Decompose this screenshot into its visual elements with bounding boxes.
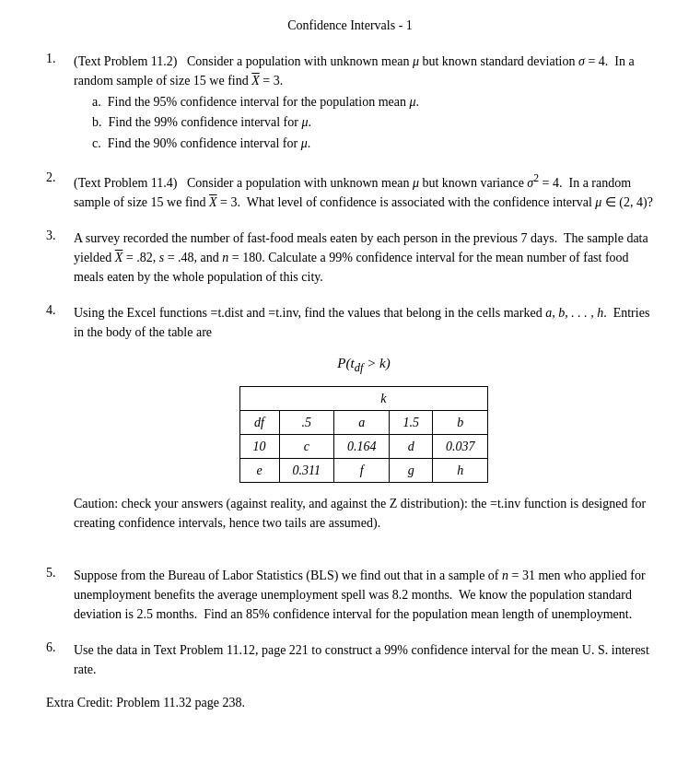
table-header-row: k xyxy=(239,386,488,410)
table-row-header: df .5 a 1.5 b xyxy=(239,410,488,434)
table-row-e: e 0.311 f g h xyxy=(239,458,488,482)
extra-credit: Extra Credit: Problem 11.32 page 238. xyxy=(46,696,654,710)
table-cell-0.037: 0.037 xyxy=(432,434,488,458)
table-cell-g: g xyxy=(390,458,433,482)
problem-2-number: 2. xyxy=(46,170,74,212)
problem-3: 3. A survey recorded the number of fast-… xyxy=(46,229,654,287)
problem-1-number: 1. xyxy=(46,52,74,154)
problem-2: 2. (Text Problem 11.4) Consider a popula… xyxy=(46,170,654,212)
table-cell-0.311: 0.311 xyxy=(279,458,333,482)
table-cell-a: a xyxy=(333,410,390,434)
problem-3-content: A survey recorded the number of fast-foo… xyxy=(74,229,654,287)
table-cell-c: c xyxy=(279,434,333,458)
table-cell-b: b xyxy=(432,410,488,434)
table-cell-0.164: 0.164 xyxy=(333,434,390,458)
prob-4-table: k df .5 a 1.5 b 10 c 0.164 d 0.037 xyxy=(239,386,489,483)
table-k-header: k xyxy=(279,386,488,410)
problem-1-source: (Text Problem 11.2) xyxy=(74,54,177,68)
problem-3-number: 3. xyxy=(46,229,74,287)
table-cell-h: h xyxy=(432,458,488,482)
table-cell-df: df xyxy=(239,410,279,434)
problem-6-content: Use the data in Text Problem 11.12, page… xyxy=(74,640,654,679)
problem-2-source: (Text Problem 11.4) xyxy=(74,176,177,190)
problem-1-subitem-b: b. Find the 99% confidence interval for … xyxy=(92,112,654,133)
problem-4: 4. Using the Excel functions =t.dist and… xyxy=(46,303,654,549)
prob-4-formula: P(tdf > k) xyxy=(74,353,654,377)
table-cell-d: d xyxy=(390,434,433,458)
problem-1-subitems: a. Find the 95% confidence interval for … xyxy=(92,92,654,154)
problem-5-content: Suppose from the Bureau of Labor Statist… xyxy=(74,566,654,624)
problem-5-number: 5. xyxy=(46,566,74,624)
page-title: Confidence Intervals - 1 xyxy=(46,18,654,33)
table-cell-empty xyxy=(239,386,279,410)
problem-6: 6. Use the data in Text Problem 11.12, p… xyxy=(46,640,654,679)
prob-4-table-container: k df .5 a 1.5 b 10 c 0.164 d 0.037 xyxy=(74,386,654,483)
problem-1: 1. (Text Problem 11.2) Consider a popula… xyxy=(46,52,654,154)
prob-4-caution: Caution: check your answers (against rea… xyxy=(74,494,654,533)
table-cell-0.5: .5 xyxy=(279,410,333,434)
problem-5: 5. Suppose from the Bureau of Labor Stat… xyxy=(46,566,654,624)
problem-6-number: 6. xyxy=(46,640,74,679)
table-cell-1.5: 1.5 xyxy=(390,410,433,434)
problem-4-content: Using the Excel functions =t.dist and =t… xyxy=(74,303,654,549)
problem-2-content: (Text Problem 11.4) Consider a populatio… xyxy=(74,170,654,212)
table-cell-e: e xyxy=(239,458,279,482)
problem-4-number: 4. xyxy=(46,303,74,549)
table-cell-f: f xyxy=(333,458,390,482)
table-cell-10: 10 xyxy=(239,434,279,458)
table-row-10: 10 c 0.164 d 0.037 xyxy=(239,434,488,458)
problem-1-content: (Text Problem 11.2) Consider a populatio… xyxy=(74,52,654,154)
problem-1-subitem-a: a. Find the 95% confidence interval for … xyxy=(92,92,654,112)
problem-1-subitem-c: c. Find the 90% confidence interval for … xyxy=(92,134,654,154)
